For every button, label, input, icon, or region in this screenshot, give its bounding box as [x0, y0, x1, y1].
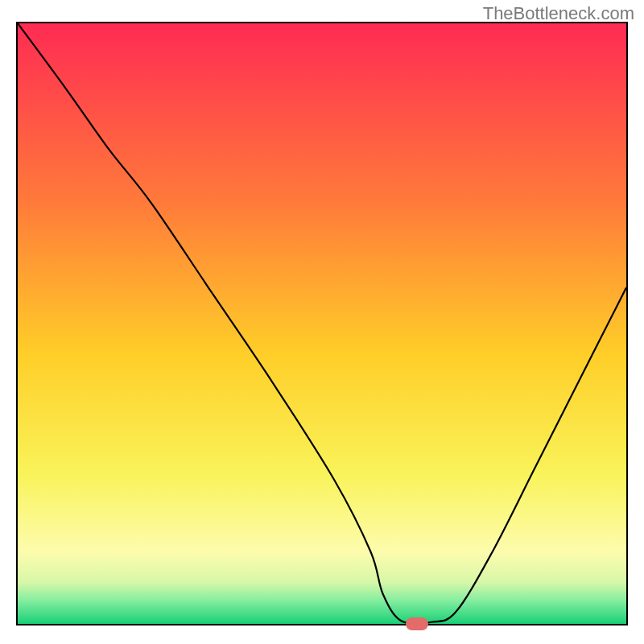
chart-container: TheBottleneck.com	[0, 0, 644, 644]
optimum-marker	[406, 617, 428, 630]
plot-frame	[16, 22, 628, 625]
gradient-background	[18, 23, 626, 624]
chart-svg	[18, 23, 626, 624]
watermark-text: TheBottleneck.com	[483, 3, 634, 24]
